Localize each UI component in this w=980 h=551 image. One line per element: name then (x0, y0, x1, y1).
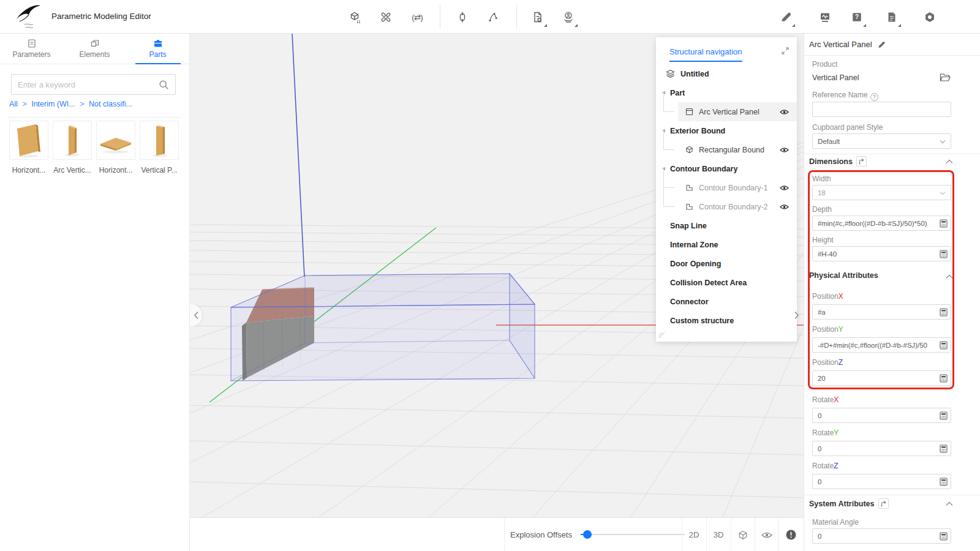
properties-panel: Arc Vertical Panel Product Vertical Pane… (804, 34, 980, 551)
panel-resize-handle[interactable] (658, 332, 665, 339)
eye-icon[interactable] (780, 109, 789, 115)
tree-group-snap-line[interactable]: Snap Line (656, 216, 797, 235)
help-circle-icon[interactable]: ? (870, 93, 878, 101)
tree-group-collision-detect-area[interactable]: Collision Detect Area (656, 273, 797, 292)
divider (804, 495, 980, 495)
calculator-icon[interactable] (940, 219, 948, 228)
rotate-y-input[interactable]: 0 (812, 441, 951, 456)
elements-icon (90, 39, 100, 48)
tree-group-custom-structure[interactable]: Custom structure (656, 311, 797, 330)
tree-item-contour-boundary-2[interactable]: Contour Boundary-2 (678, 197, 797, 216)
collapse-section-icon[interactable] (946, 501, 953, 506)
position-x-input[interactable]: #a (812, 304, 951, 320)
reference-name-input[interactable] (812, 102, 951, 117)
toolbar-divider (516, 5, 517, 28)
tree-item-arc-vertical-panel[interactable]: Arc Vertical Panel (678, 102, 797, 121)
calculator-icon[interactable] (940, 250, 948, 258)
chevron-left-icon (194, 311, 199, 320)
seagull-logo (13, 2, 45, 32)
calculator-icon[interactable] (940, 532, 948, 541)
position-y-input[interactable]: -#D+#min(#c,#floor((#D-#b-#SJ)/50 (812, 337, 951, 353)
dropdown-corner (575, 24, 578, 27)
width-select[interactable]: 18 (812, 185, 951, 200)
rotate-z-input[interactable]: 0 (812, 474, 951, 489)
assembly-cube-icon[interactable] (349, 10, 362, 24)
slider-knob[interactable] (583, 530, 592, 539)
collapse-section-icon[interactable] (946, 159, 953, 164)
expand-panel-icon[interactable] (781, 47, 790, 55)
height-label: Height (812, 236, 834, 244)
breadcrumb-notclassified[interactable]: Not classifi... (89, 100, 132, 108)
structural-navigation-tab[interactable]: Structural navigation (669, 47, 742, 62)
layers-icon (666, 69, 675, 78)
part-thumb-horizontal-2[interactable] (96, 121, 135, 160)
document-icon[interactable] (885, 10, 899, 24)
settings-nut-icon[interactable] (923, 10, 937, 24)
part-thumb-vertical[interactable] (140, 121, 179, 160)
position-z-input[interactable]: 20 (812, 370, 951, 386)
breadcrumb-all[interactable]: All (9, 100, 18, 108)
tree-item-rectangular-bound[interactable]: Rectangular Bound (678, 140, 797, 159)
open-folder-icon[interactable] (940, 73, 951, 82)
chevron-right-icon (794, 311, 799, 320)
link-parameters-icon[interactable] (878, 498, 889, 509)
eye-icon[interactable] (780, 204, 789, 210)
swap-icon[interactable]: (⇄) (407, 10, 427, 24)
eye-icon[interactable] (780, 147, 789, 153)
calculator-icon[interactable] (940, 444, 948, 453)
depth-label: Depth (812, 205, 832, 214)
tab-parameters[interactable]: Parameters (0, 34, 63, 64)
tree-item-contour-boundary-1[interactable]: Contour Boundary-1 (678, 178, 797, 197)
cupboard-style-select[interactable]: Default (812, 133, 951, 149)
calculator-icon[interactable] (940, 374, 948, 383)
collapse-right-panel-handle[interactable] (790, 304, 802, 326)
tree-group-exterior-bound[interactable]: ▼ Exterior Bound (656, 121, 797, 140)
pattern-flower-icon[interactable] (379, 10, 393, 24)
breadcrumb-interim[interactable]: Interim (WI... (31, 100, 75, 108)
dotted-divider (9, 117, 181, 118)
tree-group-contour-boundary[interactable]: ▼ Contour Boundary (656, 159, 797, 178)
tab-elements[interactable]: Elements (63, 34, 126, 64)
part-label: Vertical P... (140, 166, 179, 174)
tab-parts[interactable]: Parts (126, 34, 189, 64)
mode-2d-button[interactable]: 2D (682, 518, 706, 551)
calculator-icon[interactable] (940, 411, 948, 420)
part-thumb-arc-vertical[interactable] (53, 121, 92, 160)
selected-object-title: Arc Vertical Panel (809, 34, 886, 55)
calculator-icon[interactable] (940, 478, 948, 486)
edit-pencil-icon[interactable] (779, 10, 793, 24)
calculator-icon[interactable] (940, 308, 948, 317)
edit-name-pencil-icon[interactable] (877, 40, 886, 49)
warning-icon (786, 530, 796, 540)
mode-3d-button[interactable]: 3D (706, 518, 731, 551)
visibility-button[interactable] (755, 518, 779, 551)
part-thumb-horizontal-1[interactable] (9, 121, 48, 160)
rotate-x-input[interactable]: 0 (812, 408, 951, 423)
search-icon[interactable] (159, 80, 169, 90)
part-label: Horizont... (96, 166, 135, 174)
collapse-section-icon[interactable] (946, 274, 953, 279)
tree-group-internal-zone[interactable]: Internal Zone (656, 235, 797, 254)
warning-button[interactable] (778, 518, 803, 551)
user-version-icon[interactable] (562, 10, 575, 24)
tree-group-part[interactable]: ▼ Part (656, 83, 797, 102)
depth-input[interactable]: #min(#c,#floor((#D-#b-#SJ)/50)*50) (812, 216, 951, 231)
link-parameters-icon[interactable] (856, 156, 867, 167)
material-angle-input[interactable]: 0 (812, 528, 951, 544)
dropdown-corner (792, 24, 795, 27)
tree-group-door-opening[interactable]: Door Opening (656, 254, 797, 273)
solid-view-button[interactable] (731, 518, 755, 551)
help-icon[interactable]: ? (850, 10, 864, 24)
calculator-icon[interactable] (940, 341, 948, 350)
position-x-label: PositionX (812, 292, 843, 301)
height-input[interactable]: #H-40 (812, 246, 951, 261)
document-new-icon[interactable] (531, 10, 545, 24)
eye-icon[interactable] (780, 185, 789, 191)
search-input[interactable] (18, 80, 159, 89)
explosion-offsets-slider[interactable] (581, 534, 685, 535)
link-icon[interactable] (456, 10, 469, 24)
branch-share-icon[interactable] (486, 10, 500, 24)
monitor-pulse-icon[interactable] (818, 10, 832, 24)
tree-group-connector[interactable]: Connector (656, 292, 797, 311)
tree-item-untitled[interactable]: Untitled (656, 64, 797, 83)
